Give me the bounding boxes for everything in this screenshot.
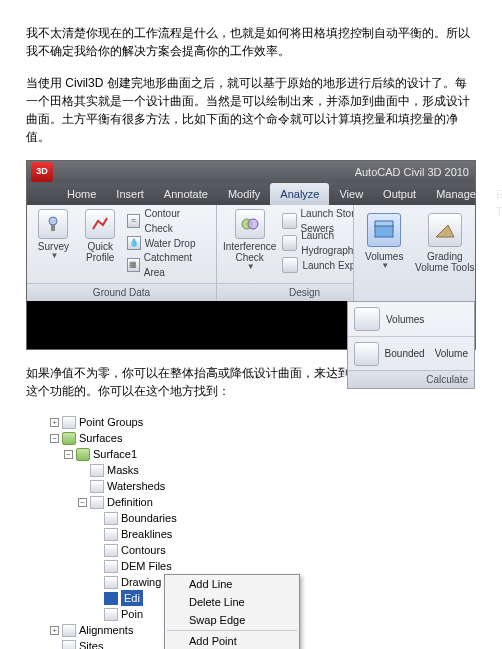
svg-rect-1 xyxy=(51,225,55,231)
interference-icon xyxy=(235,209,265,239)
svg-marker-6 xyxy=(436,225,454,237)
breaklines-icon xyxy=(104,528,118,541)
paragraph-2: 当使用 Civil3D 创建完地形曲面之后，就可以基于原始的地形进行后续的设计了… xyxy=(26,74,476,146)
catchment-icon: ▦ xyxy=(127,258,140,272)
menu-add-point[interactable]: Add Point xyxy=(165,632,299,649)
tree-demfiles[interactable]: DEM Files xyxy=(48,558,328,574)
volumes-button[interactable]: Volumes ▼ xyxy=(354,205,415,301)
panel1-footer: Ground Data xyxy=(27,283,216,301)
tree-masks[interactable]: Masks xyxy=(48,462,328,478)
ribbon-panels: Survey ▼ Quick Profile ≈ Contour Check � xyxy=(27,205,475,301)
dropdown-footer: Calculate xyxy=(348,370,474,388)
tab-insert[interactable]: Insert xyxy=(106,183,154,205)
survey-button[interactable]: Survey ▼ xyxy=(33,209,74,283)
quick-profile-button[interactable]: Quick Profile xyxy=(80,209,121,283)
surface-icon xyxy=(76,448,90,461)
water-drop-icon: 💧 xyxy=(127,236,141,250)
expand-icon[interactable]: + xyxy=(50,418,59,427)
dropdown-volumes[interactable]: Volumes xyxy=(348,302,474,336)
tree-label: Boundaries xyxy=(121,510,177,527)
tree-definition[interactable]: −Definition xyxy=(48,494,328,510)
chevron-down-icon: ▼ xyxy=(50,252,58,261)
spacer-icon xyxy=(78,482,87,491)
boundaries-icon xyxy=(104,512,118,525)
tree-surface1[interactable]: −Surface1 xyxy=(48,446,328,462)
chevron-down-icon: ▼ xyxy=(247,263,255,272)
dem-icon xyxy=(104,560,118,573)
ribbon-tabs: Home Insert Annotate Modify Analyze View… xyxy=(27,183,475,205)
masks-icon xyxy=(90,464,104,477)
grading-volume-tools-button[interactable]: Grading Volume Tools xyxy=(415,205,476,301)
launch-icon xyxy=(282,257,298,273)
surface-icon xyxy=(62,432,76,445)
volume-label: Volume xyxy=(435,346,468,361)
quick-profile-label: Quick Profile xyxy=(80,241,121,263)
interference-label: Interference Check xyxy=(223,241,276,263)
launch-icon xyxy=(282,235,297,251)
tree-watersheds[interactable]: Watersheds xyxy=(48,478,328,494)
tab-analyze[interactable]: Analyze xyxy=(270,183,329,205)
panel-ground-data: Survey ▼ Quick Profile ≈ Contour Check � xyxy=(27,205,217,301)
tree-contours[interactable]: Contours xyxy=(48,542,328,558)
tree-label: Surfaces xyxy=(79,430,122,447)
tree-label: DEM Files xyxy=(121,558,172,575)
tab-output[interactable]: Output xyxy=(373,183,426,205)
tab-modify[interactable]: Modify xyxy=(218,183,270,205)
tab-view[interactable]: View xyxy=(329,183,373,205)
collapse-icon[interactable]: − xyxy=(50,434,59,443)
drawobj-icon xyxy=(104,576,118,589)
spacer-icon xyxy=(78,466,87,475)
volumes-icon xyxy=(367,213,401,247)
svg-rect-4 xyxy=(375,225,393,237)
context-menu: Add Line Delete Line Swap Edge Add Point… xyxy=(164,574,300,649)
tree-label: Poin xyxy=(121,606,143,623)
collapse-icon[interactable]: − xyxy=(64,450,73,459)
tab-manage[interactable]: Manage xyxy=(426,183,486,205)
tab-express[interactable]: Express Tools xyxy=(486,183,502,205)
menu-add-line[interactable]: Add Line xyxy=(165,575,299,593)
svg-point-0 xyxy=(49,217,57,225)
tree-boundaries[interactable]: Boundaries xyxy=(48,510,328,526)
panel-volumes: Volumes ▼ Grading Volume Tools xyxy=(353,205,475,301)
quick-profile-icon xyxy=(85,209,115,239)
title-bar: 3D AutoCAD Civil 3D 2010 xyxy=(27,161,475,183)
toolspace-tree-screenshot: +Point Groups −Surfaces −Surface1 Masks … xyxy=(48,414,328,649)
contour-check-label: Contour Check xyxy=(144,206,210,236)
menu-separator xyxy=(167,630,297,631)
tree-label: Alignments xyxy=(79,622,133,639)
ribbon-screenshot: 3D AutoCAD Civil 3D 2010 Home Insert Ann… xyxy=(26,160,476,350)
dropdown-bounded-volume[interactable]: Bounded Volume xyxy=(348,336,474,370)
contour-check-icon: ≈ xyxy=(127,214,141,228)
sites-icon xyxy=(62,640,76,650)
tree-point-groups[interactable]: +Point Groups xyxy=(48,414,328,430)
tree-label: Point Groups xyxy=(79,414,143,431)
tree-label: Sites xyxy=(79,638,103,649)
svg-rect-5 xyxy=(375,221,393,226)
catchment-label: Catchment Area xyxy=(144,250,210,280)
collapse-icon[interactable]: − xyxy=(78,498,87,507)
tree-label: Surface1 xyxy=(93,446,137,463)
volumes-icon xyxy=(354,307,380,331)
volumes-dropdown: Volumes Bounded Volume Calculate xyxy=(347,301,475,389)
tree-label: Edi xyxy=(121,590,143,607)
tree-label: Breaklines xyxy=(121,526,172,543)
survey-icon xyxy=(38,209,68,239)
interference-check-button[interactable]: Interference Check ▼ xyxy=(223,209,276,283)
tab-annotate[interactable]: Annotate xyxy=(154,183,218,205)
paragraph-1: 我不太清楚你现在的工作流程是什么，也就是如何将田格填挖控制自动平衡的。所以我不确… xyxy=(26,24,476,60)
contour-check-button[interactable]: ≈ Contour Check xyxy=(127,211,210,231)
edits-icon xyxy=(104,592,118,605)
app-title: AutoCAD Civil 3D 2010 xyxy=(355,164,469,181)
watersheds-icon xyxy=(90,480,104,493)
point-icon xyxy=(104,608,118,621)
expand-icon[interactable]: + xyxy=(50,626,59,635)
tab-home[interactable]: Home xyxy=(57,183,106,205)
tree-label: Contours xyxy=(121,542,166,559)
tree-surfaces[interactable]: −Surfaces xyxy=(48,430,328,446)
alignments-icon xyxy=(62,624,76,637)
menu-swap-edge[interactable]: Swap Edge xyxy=(165,611,299,629)
catchment-area-button[interactable]: ▦ Catchment Area xyxy=(127,255,210,275)
tree-breaklines[interactable]: Breaklines xyxy=(48,526,328,542)
water-drop-label: Water Drop xyxy=(145,236,196,251)
menu-delete-line[interactable]: Delete Line xyxy=(165,593,299,611)
